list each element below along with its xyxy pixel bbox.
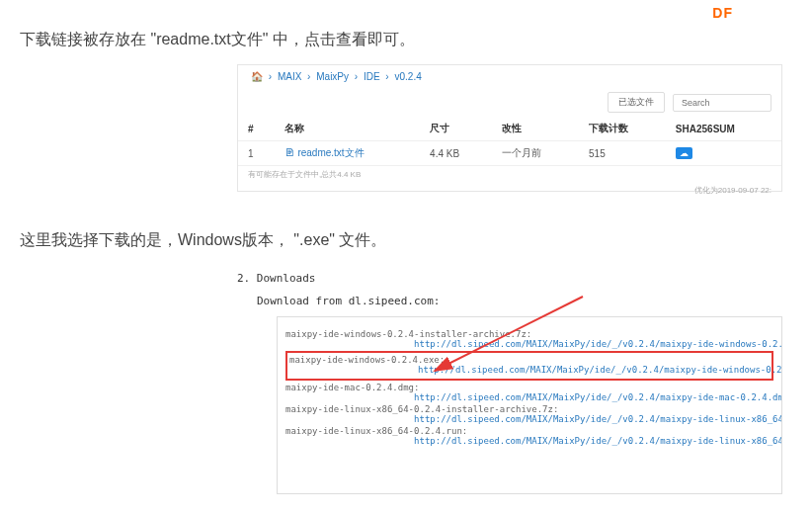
- list-item: maixpy-ide-linux-x86_64-0.2.4.run: http:…: [285, 426, 773, 446]
- dl-name: maixpy-ide-linux-x86_64-0.2.4.run:: [285, 426, 467, 436]
- list-item: maixpy-ide-windows-0.2.4-installer-archi…: [285, 329, 773, 349]
- cell-downloads: 515: [579, 141, 666, 166]
- dl-url[interactable]: http://dl.sipeed.com/MAIX/MaixPy/ide/_/v…: [414, 339, 782, 349]
- cell-index: 1: [238, 141, 275, 166]
- footer-time: 优化为2019-09-07 22:: [238, 183, 781, 198]
- cell-sha: ☁: [666, 141, 781, 166]
- downloads-heading: 2. Downloads: [237, 272, 315, 285]
- dl-name: maixpy-ide-windows-0.2.4.exe:: [289, 355, 445, 365]
- breadcrumb-version[interactable]: v0.2.4: [394, 71, 421, 82]
- dl-url[interactable]: http://dl.sipeed.com/MAIX/MaixPy/ide/_/v…: [414, 414, 782, 424]
- list-item: maixpy-ide-mac-0.2.4.dmg: http://dl.sipe…: [285, 383, 773, 402]
- th-downloads: 下载计数: [579, 117, 666, 141]
- breadcrumb: 🏠 › MAIX › MaixPy › IDE › v0.2.4: [238, 65, 781, 88]
- dl-url[interactable]: http://dl.sipeed.com/MAIX/MaixPy/ide/_/v…: [414, 392, 782, 402]
- list-item: maixpy-ide-windows-0.2.4.exe: http://dl.…: [289, 355, 770, 375]
- cell-size: 4.4 KB: [420, 141, 492, 166]
- dl-name: maixpy-ide-mac-0.2.4.dmg:: [285, 383, 419, 392]
- df-logo: DF: [712, 5, 733, 21]
- downloads-subheading: Download from dl.sipeed.com:: [257, 295, 440, 307]
- dl-url[interactable]: http://dl.sipeed.com/MAIX/MaixPy/ide/_/v…: [418, 365, 782, 375]
- breadcrumb-home-icon[interactable]: 🏠: [251, 71, 263, 82]
- file-link[interactable]: readme.txt文件: [297, 147, 364, 158]
- cell-name[interactable]: 🖹readme.txt文件: [275, 141, 420, 166]
- th-modified: 改性: [492, 117, 579, 141]
- file-icon: 🖹: [284, 147, 294, 158]
- footer-note: 有可能存在于文件中,总共4.4 KB: [238, 166, 781, 183]
- cell-modified: 一个月前: [492, 141, 579, 166]
- th-index: #: [238, 117, 275, 141]
- file-browser-screenshot: 🏠 › MAIX › MaixPy › IDE › v0.2.4 已选文件 # …: [237, 64, 782, 192]
- intro-text-windows: 这里我选择下载的是，Windows版本， ".exe" 文件。: [20, 230, 386, 251]
- download-list-screenshot: maixpy-ide-windows-0.2.4-installer-archi…: [277, 316, 782, 494]
- highlighted-exe-entry: maixpy-ide-windows-0.2.4.exe: http://dl.…: [285, 351, 773, 381]
- th-name: 名称: [275, 117, 420, 141]
- toolbar: 已选文件: [238, 88, 781, 117]
- selected-files-button[interactable]: 已选文件: [608, 92, 665, 113]
- dl-name: maixpy-ide-windows-0.2.4-installer-archi…: [285, 329, 531, 339]
- breadcrumb-maix[interactable]: MAIX: [278, 71, 301, 82]
- breadcrumb-ide[interactable]: IDE: [364, 71, 380, 82]
- th-size: 尺寸: [420, 117, 492, 141]
- th-sha: SHA256SUM: [666, 117, 781, 141]
- search-input[interactable]: [673, 94, 771, 112]
- file-table: # 名称 尺寸 改性 下载计数 SHA256SUM 1 🖹readme.txt文…: [238, 117, 781, 166]
- table-row: 1 🖹readme.txt文件 4.4 KB 一个月前 515 ☁: [238, 141, 781, 166]
- dl-name: maixpy-ide-linux-x86_64-0.2.4-installer-…: [285, 404, 558, 414]
- dl-url[interactable]: http://dl.sipeed.com/MAIX/MaixPy/ide/_/v…: [414, 436, 782, 446]
- intro-text-readme: 下载链接被存放在 "readme.txt文件" 中，点击查看即可。: [20, 30, 415, 50]
- breadcrumb-maixpy[interactable]: MaixPy: [316, 71, 349, 82]
- download-icon[interactable]: ☁: [676, 147, 692, 159]
- list-item: maixpy-ide-linux-x86_64-0.2.4-installer-…: [285, 404, 773, 424]
